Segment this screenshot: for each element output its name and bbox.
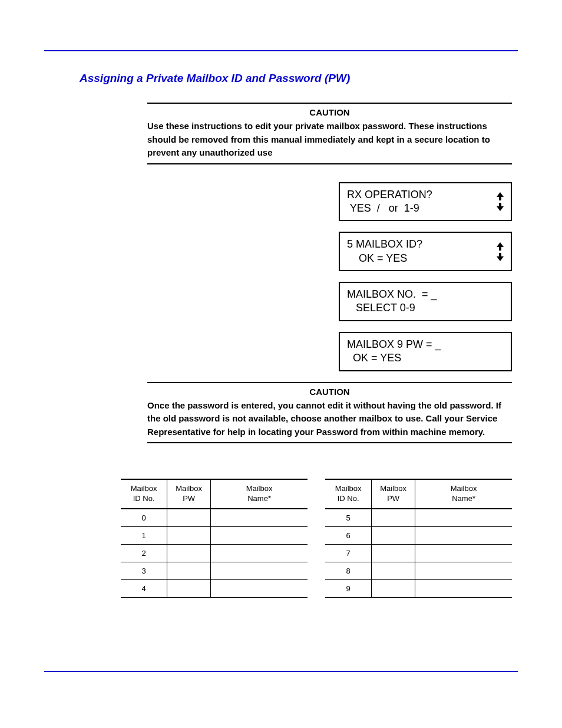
table-header: MailboxName* — [211, 479, 308, 509]
table-header: MailboxID No. — [325, 479, 372, 509]
table-row: 1 — [121, 526, 308, 544]
table-row: 3 — [121, 562, 308, 579]
up-down-arrows-icon — [497, 192, 504, 211]
display-panels: RX OPERATION? YES / or 1-9 5 MAILBOX ID?… — [339, 182, 512, 371]
table-row: 5 — [325, 509, 512, 527]
display-mailbox-no: MAILBOX NO. = _ SELECT 0-9 — [339, 282, 512, 321]
table-row: 6 — [325, 526, 512, 544]
caution-heading: CAUTION — [147, 107, 512, 117]
display-rx-operation: RX OPERATION? YES / or 1-9 — [339, 182, 512, 222]
table-row: 0 — [121, 509, 308, 527]
display-mailbox-id: 5 MAILBOX ID? OK = YES — [339, 232, 512, 271]
mailbox-table-left: MailboxID No. MailboxPW MailboxName* 0 1… — [121, 479, 308, 598]
table-row: 8 — [325, 562, 512, 579]
display-line: 5 MAILBOX ID? — [347, 238, 422, 251]
mailbox-tables: MailboxID No. MailboxPW MailboxName* 0 1… — [121, 479, 512, 598]
table-row: 9 — [325, 579, 512, 597]
svg-marker-3 — [497, 253, 504, 261]
mailbox-table-right: MailboxID No. MailboxPW MailboxName* 5 6… — [325, 479, 512, 598]
svg-marker-0 — [497, 192, 504, 200]
caution-block-1: CAUTION Use these instructions to edit y… — [147, 103, 512, 164]
table-row: 7 — [325, 544, 512, 562]
table-header: MailboxPW — [167, 479, 211, 509]
table-row: 2 — [121, 544, 308, 562]
top-rule — [44, 50, 518, 51]
display-line: SELECT 0-9 — [347, 301, 437, 315]
svg-marker-2 — [497, 242, 504, 251]
caution-text: Use these instructions to edit your priv… — [147, 120, 512, 160]
caution-text: Once the password is entered, you cannot… — [147, 399, 512, 439]
table-header: MailboxID No. — [121, 479, 167, 509]
display-line: YES / or 1-9 — [347, 202, 432, 215]
display-mailbox-pw: MAILBOX 9 PW = _ OK = YES — [339, 332, 512, 371]
caution-heading: CAUTION — [147, 387, 512, 397]
bottom-rule — [44, 671, 518, 672]
display-line: OK = YES — [347, 252, 422, 265]
display-line: RX OPERATION? — [347, 188, 432, 202]
table-row: 4 — [121, 579, 308, 597]
svg-marker-1 — [497, 203, 504, 211]
up-down-arrows-icon — [497, 242, 504, 261]
display-line: MAILBOX NO. = _ — [347, 288, 437, 301]
table-header: MailboxName* — [415, 479, 512, 509]
display-line: OK = YES — [347, 351, 441, 365]
table-header: MailboxPW — [372, 479, 415, 509]
section-title: Assigning a Private Mailbox ID and Passw… — [80, 72, 518, 85]
display-line: MAILBOX 9 PW = _ — [347, 338, 441, 351]
caution-block-2: CAUTION Once the password is entered, yo… — [147, 382, 512, 444]
